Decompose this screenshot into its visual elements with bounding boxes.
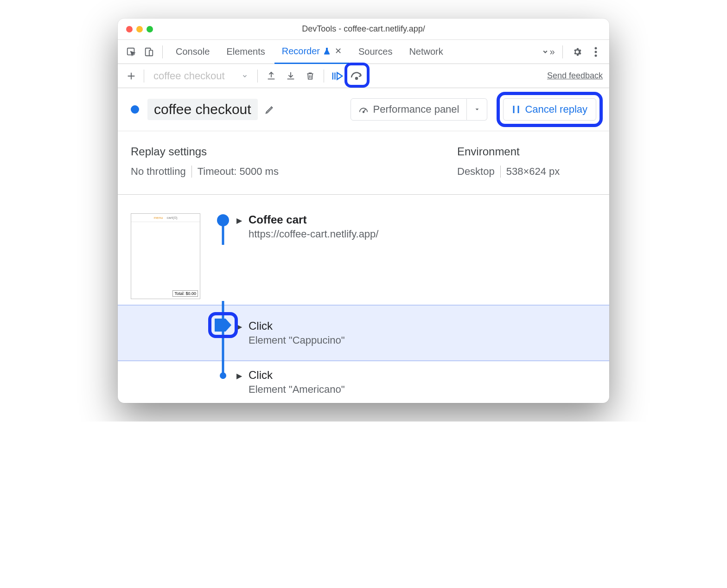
tab-network[interactable]: Network: [402, 40, 450, 64]
close-window-button[interactable]: [126, 26, 133, 32]
thumb-nav-2: cart(0): [166, 216, 177, 220]
tab-console[interactable]: Console: [168, 40, 217, 64]
expand-step-icon[interactable]: ▶: [236, 216, 244, 225]
timeline-node-icon: [220, 372, 226, 379]
edit-name-icon[interactable]: [263, 103, 276, 116]
performance-panel-label: Performance panel: [373, 103, 459, 115]
separator: [500, 166, 501, 178]
tab-elements[interactable]: Elements: [219, 40, 272, 64]
step-title: Click: [249, 320, 345, 332]
tabstrip: Console Elements Recorder ✕ Sources Netw…: [118, 40, 609, 64]
devtools-window: DevTools - coffee-cart.netlify.app/ Cons…: [118, 19, 609, 403]
kebab-menu-icon[interactable]: [588, 44, 604, 60]
page-thumbnail: menu cart(0) Total: $0.00: [131, 213, 200, 299]
expand-step-icon[interactable]: ▶: [236, 322, 244, 331]
svg-point-5: [595, 54, 597, 57]
more-tabs-icon[interactable]: »: [540, 44, 556, 60]
delete-icon[interactable]: [302, 68, 318, 84]
environment-title: Environment: [457, 145, 596, 158]
timeline-node-icon: [217, 214, 229, 226]
separator: [162, 45, 163, 58]
tab-label: Network: [409, 46, 443, 57]
svg-point-7: [363, 111, 364, 113]
pause-icon: [512, 105, 520, 114]
step-title: Click: [249, 369, 345, 382]
step-row[interactable]: menu cart(0) Total: $0.00 ▶ Coffee cart …: [118, 208, 609, 305]
step-title: Coffee cart: [249, 213, 378, 226]
recording-name[interactable]: coffee checkout: [147, 99, 258, 120]
performance-panel-button[interactable]: Performance panel: [351, 98, 467, 121]
device-toggle-icon[interactable]: [141, 44, 157, 60]
recording-select-value: coffee checkout: [153, 70, 225, 82]
window-title: DevTools - coffee-cart.netlify.app/: [302, 24, 425, 34]
recorder-toolbar: coffee checkout Send feedback: [118, 64, 609, 88]
experiment-icon: [324, 47, 330, 55]
timeout-value[interactable]: Timeout: 5000 ms: [198, 166, 279, 178]
titlebar: DevTools - coffee-cart.netlify.app/: [118, 19, 609, 40]
separator: [324, 70, 324, 83]
new-recording-icon[interactable]: [124, 69, 138, 83]
thumb-nav-1: menu: [153, 216, 163, 220]
environment-section: Environment Desktop 538×624 px: [457, 145, 596, 178]
step-over-icon[interactable]: [349, 68, 365, 84]
current-step-arrow-icon: [215, 319, 231, 332]
close-tab-icon[interactable]: ✕: [335, 46, 342, 56]
tab-label: Recorder: [282, 46, 320, 57]
cancel-replay-label: Cancel replay: [525, 103, 587, 115]
steps-area: menu cart(0) Total: $0.00 ▶ Coffee cart …: [118, 195, 609, 403]
separator: [191, 166, 192, 178]
tab-label: Elements: [226, 46, 265, 57]
step-subtitle: https://coffee-cart.netlify.app/: [249, 228, 378, 240]
svg-point-4: [595, 51, 597, 53]
tab-label: Console: [176, 46, 210, 57]
minimize-window-button[interactable]: [136, 26, 143, 32]
separator: [257, 70, 258, 83]
throttling-value[interactable]: No throttling: [131, 166, 186, 178]
import-icon[interactable]: [283, 68, 299, 84]
cancel-replay-button[interactable]: Cancel replay: [503, 98, 596, 121]
expand-step-icon[interactable]: ▶: [236, 371, 244, 380]
tab-label: Sources: [358, 46, 392, 57]
recording-name-group: coffee checkout: [147, 99, 276, 120]
step-subtitle: Element "Americano": [249, 383, 345, 396]
step-replay-icon[interactable]: [330, 68, 345, 84]
tab-recorder[interactable]: Recorder ✕: [274, 40, 349, 64]
performance-panel-select: Performance panel: [351, 98, 488, 121]
chevron-down-icon: [242, 73, 248, 79]
recording-header: coffee checkout Performance panel Cance: [118, 88, 609, 131]
replay-settings-title: Replay settings: [131, 145, 439, 158]
inspect-element-icon[interactable]: [123, 44, 139, 60]
maximize-window-button[interactable]: [147, 26, 153, 32]
separator: [144, 70, 144, 83]
thumb-total: Total: $0.00: [172, 290, 198, 297]
environment-dimensions: 538×624 px: [506, 166, 560, 178]
settings-gear-icon[interactable]: [569, 44, 585, 60]
step-row-current[interactable]: ▶ Click Element "Cappucino": [118, 305, 609, 361]
export-icon[interactable]: [263, 68, 279, 84]
environment-device: Desktop: [457, 166, 495, 178]
separator: [562, 45, 563, 58]
performance-panel-dropdown[interactable]: [467, 98, 487, 121]
recording-status-dot-icon: [131, 105, 139, 114]
send-feedback-link[interactable]: Send feedback: [547, 71, 603, 81]
svg-rect-2: [149, 50, 153, 56]
svg-point-6: [356, 77, 357, 79]
traffic-lights: [126, 26, 153, 32]
tab-sources[interactable]: Sources: [351, 40, 400, 64]
recording-select[interactable]: coffee checkout: [150, 70, 252, 82]
step-subtitle: Element "Cappucino": [249, 334, 345, 346]
settings-row: Replay settings No throttling Timeout: 5…: [118, 131, 609, 195]
step-row[interactable]: ▶ Click Element "Americano": [118, 361, 609, 403]
svg-point-3: [595, 47, 597, 49]
gauge-icon: [358, 104, 369, 115]
replay-settings-section: Replay settings No throttling Timeout: 5…: [131, 145, 439, 178]
